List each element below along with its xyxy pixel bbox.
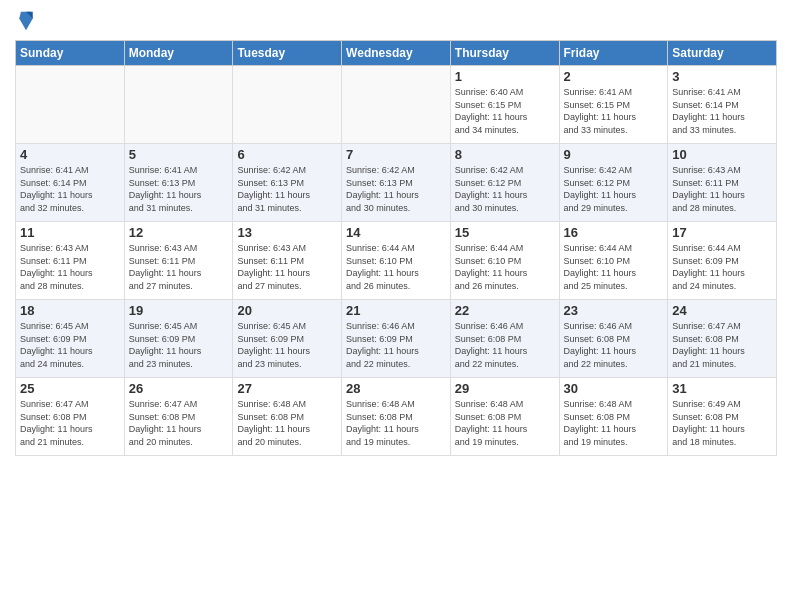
calendar-cell: 18Sunrise: 6:45 AM Sunset: 6:09 PM Dayli… [16, 300, 125, 378]
calendar-header-row: SundayMondayTuesdayWednesdayThursdayFrid… [16, 41, 777, 66]
calendar-cell: 21Sunrise: 6:46 AM Sunset: 6:09 PM Dayli… [342, 300, 451, 378]
day-number: 1 [455, 69, 555, 84]
day-info: Sunrise: 6:46 AM Sunset: 6:09 PM Dayligh… [346, 320, 446, 370]
calendar-cell: 23Sunrise: 6:46 AM Sunset: 6:08 PM Dayli… [559, 300, 668, 378]
day-info: Sunrise: 6:41 AM Sunset: 6:13 PM Dayligh… [129, 164, 229, 214]
day-number: 17 [672, 225, 772, 240]
week-row-1: 1Sunrise: 6:40 AM Sunset: 6:15 PM Daylig… [16, 66, 777, 144]
day-info: Sunrise: 6:43 AM Sunset: 6:11 PM Dayligh… [672, 164, 772, 214]
day-number: 25 [20, 381, 120, 396]
week-row-5: 25Sunrise: 6:47 AM Sunset: 6:08 PM Dayli… [16, 378, 777, 456]
day-header-tuesday: Tuesday [233, 41, 342, 66]
calendar-cell: 22Sunrise: 6:46 AM Sunset: 6:08 PM Dayli… [450, 300, 559, 378]
day-header-monday: Monday [124, 41, 233, 66]
calendar-cell: 1Sunrise: 6:40 AM Sunset: 6:15 PM Daylig… [450, 66, 559, 144]
day-info: Sunrise: 6:48 AM Sunset: 6:08 PM Dayligh… [346, 398, 446, 448]
day-info: Sunrise: 6:44 AM Sunset: 6:10 PM Dayligh… [564, 242, 664, 292]
day-number: 16 [564, 225, 664, 240]
day-info: Sunrise: 6:47 AM Sunset: 6:08 PM Dayligh… [20, 398, 120, 448]
day-info: Sunrise: 6:49 AM Sunset: 6:08 PM Dayligh… [672, 398, 772, 448]
calendar-cell: 31Sunrise: 6:49 AM Sunset: 6:08 PM Dayli… [668, 378, 777, 456]
day-info: Sunrise: 6:41 AM Sunset: 6:14 PM Dayligh… [672, 86, 772, 136]
day-number: 4 [20, 147, 120, 162]
day-info: Sunrise: 6:44 AM Sunset: 6:09 PM Dayligh… [672, 242, 772, 292]
day-number: 18 [20, 303, 120, 318]
day-number: 5 [129, 147, 229, 162]
day-info: Sunrise: 6:48 AM Sunset: 6:08 PM Dayligh… [237, 398, 337, 448]
calendar-cell: 5Sunrise: 6:41 AM Sunset: 6:13 PM Daylig… [124, 144, 233, 222]
day-info: Sunrise: 6:46 AM Sunset: 6:08 PM Dayligh… [564, 320, 664, 370]
calendar-cell [124, 66, 233, 144]
day-header-thursday: Thursday [450, 41, 559, 66]
day-info: Sunrise: 6:43 AM Sunset: 6:11 PM Dayligh… [129, 242, 229, 292]
day-info: Sunrise: 6:42 AM Sunset: 6:13 PM Dayligh… [237, 164, 337, 214]
calendar-cell: 19Sunrise: 6:45 AM Sunset: 6:09 PM Dayli… [124, 300, 233, 378]
day-info: Sunrise: 6:44 AM Sunset: 6:10 PM Dayligh… [455, 242, 555, 292]
calendar-cell: 25Sunrise: 6:47 AM Sunset: 6:08 PM Dayli… [16, 378, 125, 456]
day-number: 31 [672, 381, 772, 396]
week-row-2: 4Sunrise: 6:41 AM Sunset: 6:14 PM Daylig… [16, 144, 777, 222]
day-info: Sunrise: 6:42 AM Sunset: 6:12 PM Dayligh… [564, 164, 664, 214]
day-number: 12 [129, 225, 229, 240]
calendar-cell: 9Sunrise: 6:42 AM Sunset: 6:12 PM Daylig… [559, 144, 668, 222]
calendar-cell: 11Sunrise: 6:43 AM Sunset: 6:11 PM Dayli… [16, 222, 125, 300]
calendar-cell: 17Sunrise: 6:44 AM Sunset: 6:09 PM Dayli… [668, 222, 777, 300]
day-info: Sunrise: 6:43 AM Sunset: 6:11 PM Dayligh… [20, 242, 120, 292]
day-number: 7 [346, 147, 446, 162]
calendar-cell: 14Sunrise: 6:44 AM Sunset: 6:10 PM Dayli… [342, 222, 451, 300]
calendar-cell: 20Sunrise: 6:45 AM Sunset: 6:09 PM Dayli… [233, 300, 342, 378]
calendar-cell [16, 66, 125, 144]
calendar-cell: 27Sunrise: 6:48 AM Sunset: 6:08 PM Dayli… [233, 378, 342, 456]
calendar-cell: 10Sunrise: 6:43 AM Sunset: 6:11 PM Dayli… [668, 144, 777, 222]
day-info: Sunrise: 6:45 AM Sunset: 6:09 PM Dayligh… [20, 320, 120, 370]
calendar-cell: 3Sunrise: 6:41 AM Sunset: 6:14 PM Daylig… [668, 66, 777, 144]
calendar-cell: 7Sunrise: 6:42 AM Sunset: 6:13 PM Daylig… [342, 144, 451, 222]
day-number: 3 [672, 69, 772, 84]
day-info: Sunrise: 6:42 AM Sunset: 6:12 PM Dayligh… [455, 164, 555, 214]
header [15, 10, 777, 32]
day-info: Sunrise: 6:48 AM Sunset: 6:08 PM Dayligh… [455, 398, 555, 448]
calendar-cell [233, 66, 342, 144]
day-header-friday: Friday [559, 41, 668, 66]
calendar-cell: 13Sunrise: 6:43 AM Sunset: 6:11 PM Dayli… [233, 222, 342, 300]
day-number: 8 [455, 147, 555, 162]
calendar-cell: 24Sunrise: 6:47 AM Sunset: 6:08 PM Dayli… [668, 300, 777, 378]
day-number: 15 [455, 225, 555, 240]
calendar-cell: 30Sunrise: 6:48 AM Sunset: 6:08 PM Dayli… [559, 378, 668, 456]
day-info: Sunrise: 6:41 AM Sunset: 6:15 PM Dayligh… [564, 86, 664, 136]
day-number: 14 [346, 225, 446, 240]
day-number: 20 [237, 303, 337, 318]
day-number: 21 [346, 303, 446, 318]
day-number: 10 [672, 147, 772, 162]
day-info: Sunrise: 6:47 AM Sunset: 6:08 PM Dayligh… [129, 398, 229, 448]
calendar-cell: 4Sunrise: 6:41 AM Sunset: 6:14 PM Daylig… [16, 144, 125, 222]
day-info: Sunrise: 6:48 AM Sunset: 6:08 PM Dayligh… [564, 398, 664, 448]
week-row-4: 18Sunrise: 6:45 AM Sunset: 6:09 PM Dayli… [16, 300, 777, 378]
day-header-saturday: Saturday [668, 41, 777, 66]
day-info: Sunrise: 6:44 AM Sunset: 6:10 PM Dayligh… [346, 242, 446, 292]
calendar-cell: 15Sunrise: 6:44 AM Sunset: 6:10 PM Dayli… [450, 222, 559, 300]
day-number: 9 [564, 147, 664, 162]
calendar-cell: 6Sunrise: 6:42 AM Sunset: 6:13 PM Daylig… [233, 144, 342, 222]
calendar-cell: 2Sunrise: 6:41 AM Sunset: 6:15 PM Daylig… [559, 66, 668, 144]
day-number: 22 [455, 303, 555, 318]
day-number: 6 [237, 147, 337, 162]
calendar-cell: 29Sunrise: 6:48 AM Sunset: 6:08 PM Dayli… [450, 378, 559, 456]
calendar: SundayMondayTuesdayWednesdayThursdayFrid… [15, 40, 777, 456]
day-number: 24 [672, 303, 772, 318]
day-info: Sunrise: 6:43 AM Sunset: 6:11 PM Dayligh… [237, 242, 337, 292]
day-info: Sunrise: 6:42 AM Sunset: 6:13 PM Dayligh… [346, 164, 446, 214]
day-number: 19 [129, 303, 229, 318]
week-row-3: 11Sunrise: 6:43 AM Sunset: 6:11 PM Dayli… [16, 222, 777, 300]
day-info: Sunrise: 6:45 AM Sunset: 6:09 PM Dayligh… [237, 320, 337, 370]
day-number: 2 [564, 69, 664, 84]
calendar-cell: 12Sunrise: 6:43 AM Sunset: 6:11 PM Dayli… [124, 222, 233, 300]
day-number: 26 [129, 381, 229, 396]
day-number: 27 [237, 381, 337, 396]
day-number: 23 [564, 303, 664, 318]
day-number: 11 [20, 225, 120, 240]
calendar-cell: 28Sunrise: 6:48 AM Sunset: 6:08 PM Dayli… [342, 378, 451, 456]
logo-icon [17, 10, 35, 32]
day-info: Sunrise: 6:41 AM Sunset: 6:14 PM Dayligh… [20, 164, 120, 214]
day-number: 29 [455, 381, 555, 396]
